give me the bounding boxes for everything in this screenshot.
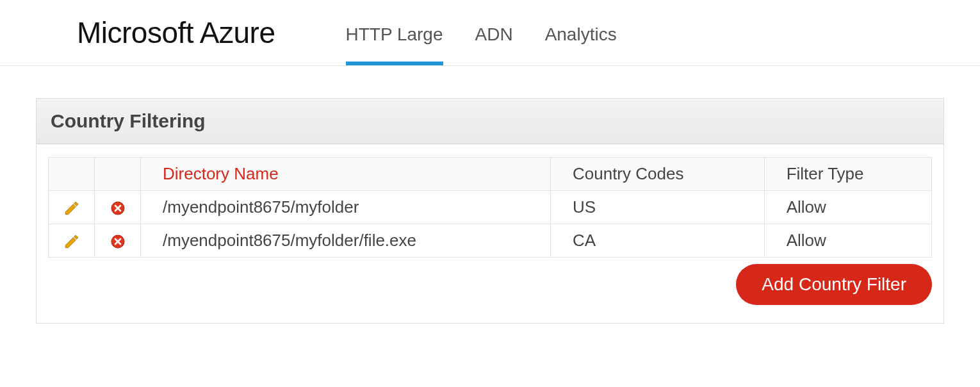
- col-codes-header[interactable]: Country Codes: [550, 158, 764, 191]
- panel-title: Country Filtering: [51, 110, 929, 132]
- filters-table: Directory Name Country Codes Filter Type: [48, 157, 932, 258]
- cell-filter: Allow: [764, 191, 931, 224]
- tab-analytics[interactable]: Analytics: [545, 5, 617, 65]
- col-edit-header: [49, 158, 95, 191]
- pencil-icon: [63, 231, 80, 249]
- col-directory-header[interactable]: Directory Name: [141, 158, 551, 191]
- country-filtering-panel: Country Filtering Directory Name Country…: [36, 98, 944, 324]
- cell-codes: CA: [550, 224, 764, 258]
- button-row: Add Country Filter: [48, 264, 932, 305]
- table-row: /myendpoint8675/myfolder/file.exe CA All…: [49, 224, 932, 258]
- tab-adn[interactable]: ADN: [475, 5, 513, 65]
- logo: Microsoft Azure: [0, 0, 307, 65]
- cell-filter: Allow: [764, 224, 931, 258]
- col-delete-header: [95, 158, 141, 191]
- delete-icon: [110, 199, 126, 216]
- panel-header: Country Filtering: [37, 99, 943, 144]
- tab-http-large[interactable]: HTTP Large: [346, 5, 443, 65]
- table-header-row: Directory Name Country Codes Filter Type: [49, 158, 932, 191]
- delete-row-button[interactable]: [95, 224, 141, 258]
- table-row: /myendpoint8675/myfolder US Allow: [49, 191, 932, 224]
- col-filter-header[interactable]: Filter Type: [764, 158, 931, 191]
- cell-directory: /myendpoint8675/myfolder/file.exe: [141, 224, 551, 258]
- top-bar: Microsoft Azure HTTP Large ADN Analytics: [0, 0, 980, 66]
- add-country-filter-button[interactable]: Add Country Filter: [736, 264, 932, 305]
- edit-row-button[interactable]: [49, 224, 95, 258]
- panel-body: Directory Name Country Codes Filter Type: [37, 144, 943, 323]
- pencil-icon: [63, 198, 80, 215]
- cell-codes: US: [550, 191, 764, 224]
- delete-icon: [110, 232, 126, 249]
- delete-row-button[interactable]: [95, 191, 141, 224]
- edit-row-button[interactable]: [49, 191, 95, 224]
- nav-tabs: HTTP Large ADN Analytics: [346, 5, 617, 65]
- cell-directory: /myendpoint8675/myfolder: [141, 191, 551, 224]
